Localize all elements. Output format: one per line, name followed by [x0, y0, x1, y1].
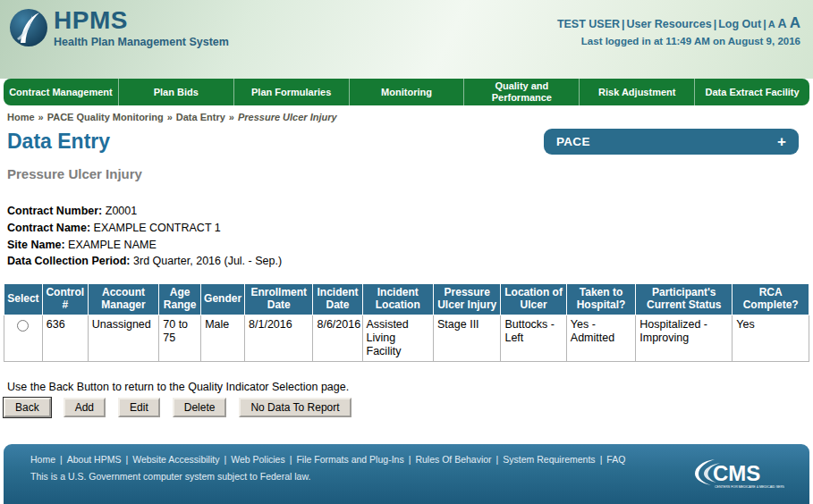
rca-complete-cell: Yes	[733, 315, 809, 361]
page-footer: Home|About HPMS|Website Accessibility|We…	[4, 444, 809, 504]
action-buttons: Back Add Edit Delete No Data To Report	[4, 398, 809, 417]
participants-current-status-cell: Hospitalized - Improving	[636, 315, 733, 361]
contract-number-value: Z0001	[106, 205, 137, 217]
main-nav: Contract Management Plan Bids Plan Formu…	[4, 79, 809, 105]
footer-links: Home|About HPMS|Website Accessibility|We…	[30, 454, 809, 465]
user-name: TEST USER	[557, 18, 620, 30]
contract-name-label: Contract Name:	[7, 222, 90, 234]
footer-link-website-accessibility[interactable]: Website Accessibility	[132, 454, 219, 465]
column-header-age-range: Age Range	[159, 284, 201, 315]
text-size-medium-button[interactable]: A	[778, 16, 787, 30]
breadcrumb-home[interactable]: Home	[7, 112, 35, 122]
site-name-label: Site Name:	[7, 239, 65, 251]
enrollment-date-cell: 8/1/2016	[245, 315, 313, 361]
select-cell	[4, 315, 43, 361]
footer-link-faq[interactable]: FAQ	[606, 454, 625, 465]
footer-link-home[interactable]: Home	[30, 454, 55, 465]
incident-date-cell: 8/6/2016	[313, 315, 362, 361]
hpms-logo-icon	[9, 8, 48, 51]
breadcrumb-current-page: Pressure Ulcer Injury	[238, 112, 337, 122]
breadcrumb-pace-quality-monitoring[interactable]: PACE Quality Monitoring	[47, 112, 164, 122]
column-header-taken-to-hospital: Taken to Hospital?	[566, 284, 635, 315]
column-header-select: Select	[4, 284, 43, 315]
page-header: HPMS Health Plan Management System TEST …	[0, 0, 813, 79]
site-name-row: Site Name: EXAMPLE NAME	[7, 237, 806, 254]
separator: |	[620, 18, 627, 30]
logo-tagline: Health Plan Management System	[54, 36, 229, 48]
separator: |	[596, 454, 607, 465]
contract-number-row: Contract Number: Z0001	[7, 203, 806, 220]
contract-name-row: Contract Name: EXAMPLE CONTRACT 1	[7, 220, 806, 237]
separator: |	[121, 454, 132, 465]
column-header-participants-current-status: Participant's Current Status	[636, 284, 733, 315]
page-title: Data Entry	[7, 130, 110, 154]
control-number-cell: 636	[42, 315, 88, 361]
user-block: TEST USER|User Resources|Log Out|AAA Las…	[557, 14, 800, 46]
incident-location-cell: Assisted Living Facility	[362, 315, 434, 361]
breadcrumb-data-entry[interactable]: Data Entry	[176, 112, 225, 122]
delete-button[interactable]: Delete	[173, 398, 227, 417]
cms-logo: CMS CENTERS FOR MEDICARE & MEDICAID SERV…	[695, 456, 784, 497]
back-button-help-text: Use the Back Button to return to the Qua…	[7, 381, 806, 393]
separator: |	[404, 454, 416, 465]
nav-tab-plan-bids[interactable]: Plan Bids	[118, 79, 233, 105]
data-collection-period-label: Data Collection Period:	[7, 255, 131, 267]
no-data-to-report-button[interactable]: No Data To Report	[239, 398, 351, 417]
column-header-location-of-ulcer: Location of Ulcer	[501, 284, 566, 315]
contract-name-value: EXAMPLE CONTRACT 1	[94, 222, 221, 234]
pace-accordion-label: PACE	[556, 135, 590, 148]
column-header-control-number: Control #	[42, 284, 88, 315]
expand-plus-icon[interactable]: +	[777, 134, 786, 149]
nav-tab-plan-formularies[interactable]: Plan Formularies	[233, 79, 349, 105]
footer-link-file-formats[interactable]: File Formats and Plug-Ins	[296, 454, 403, 465]
nav-tab-monitoring[interactable]: Monitoring	[349, 79, 464, 105]
column-header-rca-complete: RCA Complete?	[733, 284, 809, 315]
last-login-text: Last logged in at 11:49 AM on August 9, …	[557, 36, 800, 46]
location-of-ulcer-cell: Buttocks - Left	[501, 315, 566, 361]
age-range-cell: 70 to 75	[159, 315, 201, 361]
user-resources-link[interactable]: User Resources	[627, 18, 712, 30]
footer-link-system-requirements[interactable]: System Requirements	[503, 454, 595, 465]
add-button[interactable]: Add	[64, 398, 106, 417]
breadcrumb-separator: »	[225, 112, 238, 122]
nav-tab-data-extract-facility[interactable]: Data Extract Facility	[694, 79, 809, 105]
text-size-large-button[interactable]: A	[790, 14, 800, 31]
nav-tab-contract-management[interactable]: Contract Management	[4, 79, 118, 105]
select-radio[interactable]	[17, 320, 29, 332]
spacer	[0, 417, 813, 444]
text-size-small-button[interactable]: A	[768, 19, 775, 29]
separator: |	[492, 454, 504, 465]
svg-text:CENTERS FOR MEDICARE & MEDICAI: CENTERS FOR MEDICARE & MEDICAID SERVICES	[715, 485, 784, 489]
column-header-incident-date: Incident Date	[313, 284, 362, 315]
records-table-container: Select Control # Account Manager Age Ran…	[4, 283, 809, 362]
breadcrumb-separator: »	[164, 112, 176, 122]
logo-acronym: HPMS	[54, 8, 229, 33]
log-out-link[interactable]: Log Out	[718, 18, 761, 30]
table-header-row: Select Control # Account Manager Age Ran…	[4, 284, 809, 315]
page-subtitle: Pressure Ulcer Injury	[7, 166, 806, 181]
column-header-pressure-ulcer-injury: Pressure Ulcer Injury	[434, 284, 501, 315]
table-row: 636 Unassigned 70 to 75 Male 8/1/2016 8/…	[4, 315, 809, 361]
footer-link-rules-of-behavior[interactable]: Rules Of Behavior	[415, 454, 491, 465]
gender-cell: Male	[201, 315, 245, 361]
edit-button[interactable]: Edit	[118, 398, 160, 417]
nav-tab-risk-adjustment[interactable]: Risk Adjustment	[579, 79, 694, 105]
separator: |	[761, 18, 768, 30]
footer-link-web-policies[interactable]: Web Policies	[231, 454, 285, 465]
column-header-incident-location: Incident Location	[362, 284, 434, 315]
column-header-gender: Gender	[201, 284, 245, 315]
data-collection-period-row: Data Collection Period: 3rd Quarter, 201…	[7, 253, 806, 270]
contract-number-label: Contract Number:	[7, 205, 102, 217]
back-button[interactable]: Back	[4, 398, 51, 417]
pace-accordion-header[interactable]: PACE +	[544, 129, 799, 155]
data-collection-period-value: 3rd Quarter, 2016 (Jul. - Sep.)	[133, 255, 282, 267]
nav-tab-quality-and-performance[interactable]: Quality and Performance	[463, 79, 579, 105]
contract-details: Contract Number: Z0001 Contract Name: EX…	[7, 203, 806, 270]
government-disclaimer: This is a U.S. Government computer syste…	[30, 471, 809, 482]
records-table: Select Control # Account Manager Age Ran…	[4, 283, 809, 362]
separator: |	[55, 454, 67, 465]
column-header-enrollment-date: Enrollment Date	[245, 284, 313, 315]
breadcrumb: Home»PACE Quality Monitoring»Data Entry»…	[7, 112, 806, 122]
footer-link-about-hpms[interactable]: About HPMS	[67, 454, 122, 465]
site-name-value: EXAMPLE NAME	[68, 239, 157, 251]
